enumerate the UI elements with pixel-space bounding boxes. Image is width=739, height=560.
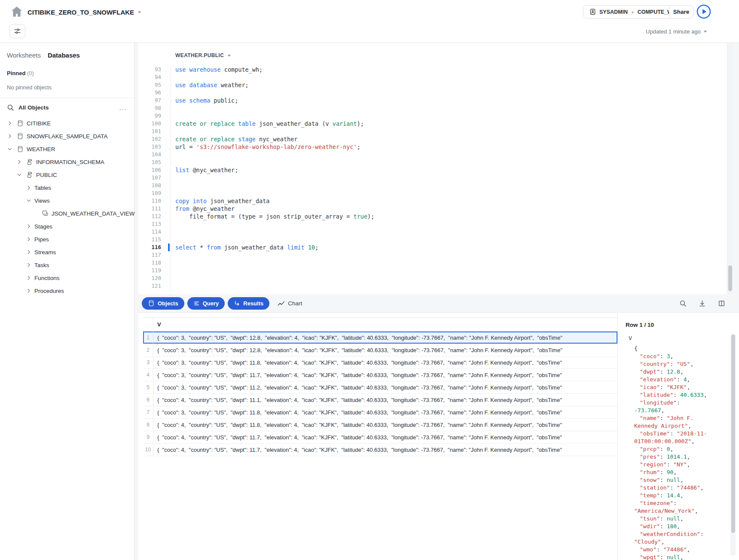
table-row-7[interactable]: 7{ "coco": 3, "country": "US", "dwpt": 1… xyxy=(143,406,617,419)
json-token: : xyxy=(660,415,667,421)
code-line-113[interactable]: 113 xyxy=(138,220,727,228)
code-line-97[interactable]: 97use schema public; xyxy=(138,97,727,104)
editor-context-selector[interactable]: WEATHER.PUBLIC xyxy=(175,52,231,58)
code-line-100[interactable]: 100create or replace table json_weather_… xyxy=(138,120,727,128)
tab-databases[interactable]: Databases xyxy=(48,52,80,59)
code-text xyxy=(175,151,727,158)
line-number: 97 xyxy=(138,97,161,104)
json-line: "dwpt": 12.8, xyxy=(629,368,726,376)
code-line-106[interactable]: 106list @nyc_weather; xyxy=(138,166,727,174)
tree-item-citibike[interactable]: CITIBIKE xyxy=(0,117,134,130)
tree-item-stages[interactable]: Stages xyxy=(0,220,134,233)
results-tab-button[interactable]: Results xyxy=(228,297,269,310)
table-row-6[interactable]: 6{ "coco": 4, "country": "US", "dwpt": 1… xyxy=(143,394,617,406)
code-line-95[interactable]: 95use database weather; xyxy=(138,81,727,89)
tree-item-tasks[interactable]: Tasks xyxy=(0,259,134,271)
share-button[interactable]: Share xyxy=(669,5,693,18)
json-token: 4 xyxy=(684,376,687,383)
code-line-121[interactable]: 121 xyxy=(138,282,727,290)
code-line-119[interactable]: 119 xyxy=(138,267,727,274)
editor-context-label: WEATHER.PUBLIC xyxy=(175,52,224,58)
more-menu-button[interactable]: ... xyxy=(119,104,127,111)
code-line-94[interactable]: 94 xyxy=(138,73,727,81)
chevron-right-icon xyxy=(26,288,32,294)
objects-tab-button[interactable]: Objects xyxy=(142,297,184,310)
sql-editor[interactable]: WEATHER.PUBLIC 93use warehouse compute_w… xyxy=(138,43,733,294)
context-selector[interactable]: SYSADMIN ● COMPUTE_WH xyxy=(583,5,683,18)
tab-worksheets[interactable]: Worksheets xyxy=(7,52,41,59)
code-line-99[interactable]: 99 xyxy=(138,112,727,120)
run-button[interactable] xyxy=(696,4,711,19)
tree-item-json-weather-data-view[interactable]: JSON_WEATHER_DATA_VIEW xyxy=(0,207,134,220)
columns-icon[interactable] xyxy=(718,299,725,307)
code-token: table xyxy=(238,120,256,127)
code-line-93[interactable]: 93use warehouse compute_wh; xyxy=(138,66,727,73)
download-icon[interactable] xyxy=(698,299,706,307)
home-icon[interactable] xyxy=(10,6,23,18)
table-row-3[interactable]: 3{ "coco": 3, "country": "US", "dwpt": 1… xyxy=(143,356,617,369)
chart-tab[interactable]: Chart xyxy=(278,300,302,307)
json-token: { xyxy=(634,345,638,352)
button-label: Objects xyxy=(158,300,178,307)
tree-item-views[interactable]: Views xyxy=(0,194,134,207)
table-row-5[interactable]: 5{ "coco": 3, "country": "US", "dwpt": 1… xyxy=(143,381,617,394)
code-line-108[interactable]: 108 xyxy=(138,182,727,189)
code-line-116[interactable]: 116select * from json_weather_data limit… xyxy=(138,243,727,251)
tree-item-functions[interactable]: Functions xyxy=(0,271,134,284)
code-line-103[interactable]: 103url = 's3://snowflake-workshop-lab/ze… xyxy=(138,143,727,151)
worksheet-title-menu[interactable]: CITIBIKE_ZERO_TO_SNOWFLAKE xyxy=(27,7,141,17)
search-results-icon[interactable] xyxy=(679,299,687,307)
code-line-112[interactable]: 112 file_format = (type = json strip_out… xyxy=(138,213,727,220)
editor-scrollbar-thumb[interactable] xyxy=(728,265,732,291)
tree-item-streams[interactable]: Streams xyxy=(0,246,134,259)
code-line-118[interactable]: 118 xyxy=(138,259,727,267)
filters-button[interactable] xyxy=(9,24,25,38)
tree-item-weather[interactable]: WEATHER xyxy=(0,143,134,155)
table-row-1[interactable]: 1{ "coco": 3, "country": "US", "dwpt": 1… xyxy=(143,332,617,344)
column-header-v[interactable]: V xyxy=(153,321,161,328)
json-token: : xyxy=(660,446,667,452)
table-row-2[interactable]: 2{ "coco": 3, "country": "US", "dwpt": 1… xyxy=(143,344,617,356)
line-spacer xyxy=(161,220,175,228)
code-line-98[interactable]: 98 xyxy=(138,104,727,112)
json-token: "coco" xyxy=(640,353,660,359)
updated-status[interactable]: Updated 1 minute ago xyxy=(646,28,707,35)
code-line-96[interactable]: 96 xyxy=(138,89,727,97)
tree-item-tables[interactable]: Tables xyxy=(0,181,134,194)
code-text xyxy=(175,104,727,112)
code-line-107[interactable]: 107 xyxy=(138,174,727,182)
code-line-105[interactable]: 105 xyxy=(138,158,727,166)
detail-scrollbar-thumb[interactable] xyxy=(731,335,735,533)
sliders-icon xyxy=(14,27,21,35)
tree-item-public[interactable]: PUBLIC xyxy=(0,168,134,181)
line-spacer xyxy=(161,128,175,135)
tree-item-snowflake-sample-data[interactable]: SNOWFLAKE_SAMPLE_DATA xyxy=(0,130,134,143)
editor-scrollbar[interactable] xyxy=(727,43,733,294)
json-token: "US" xyxy=(677,361,690,367)
table-row-4[interactable]: 4{ "coco": 3, "country": "US", "dwpt": 1… xyxy=(143,369,617,381)
code-line-104[interactable]: 104 xyxy=(138,151,727,158)
query-tab-button[interactable]: Query xyxy=(187,297,225,310)
code-line-101[interactable]: 101 xyxy=(138,128,727,135)
code-line-120[interactable]: 120 xyxy=(138,274,727,282)
table-row-8[interactable]: 8{ "coco": 4, "country": "US", "dwpt": 1… xyxy=(143,419,617,431)
object-search-row[interactable]: All Objects ... xyxy=(0,99,134,116)
code-area[interactable]: 93use warehouse compute_wh;9495use datab… xyxy=(138,66,727,294)
tree-item-procedures[interactable]: Procedures xyxy=(0,284,134,297)
table-row-9[interactable]: 9{ "coco": 4, "country": "US", "dwpt": 1… xyxy=(143,431,617,444)
tree-item-information-schema[interactable]: INFORMATION_SCHEMA xyxy=(0,155,134,168)
code-line-109[interactable]: 109 xyxy=(138,189,727,197)
code-line-117[interactable]: 117 xyxy=(138,251,727,259)
code-line-111[interactable]: 111from @nyc_weather xyxy=(138,205,727,213)
code-line-115[interactable]: 115 xyxy=(138,236,727,243)
tree-item-pipes[interactable]: Pipes xyxy=(0,233,134,246)
row-number: 8 xyxy=(143,419,153,431)
table-row-10[interactable]: 10{ "coco": 4, "country": "US", "dwpt": … xyxy=(143,444,617,456)
code-line-114[interactable]: 114 xyxy=(138,228,727,236)
json-line: "obsTime": "2018-11- xyxy=(629,430,726,438)
json-token: "icao" xyxy=(640,384,660,390)
code-line-110[interactable]: 110copy into json_weather_data xyxy=(138,197,727,205)
code-line-102[interactable]: 102create or replace stage nyc_weather xyxy=(138,135,727,143)
detail-scrollbar[interactable] xyxy=(730,333,736,556)
button-label: Query xyxy=(203,300,219,307)
